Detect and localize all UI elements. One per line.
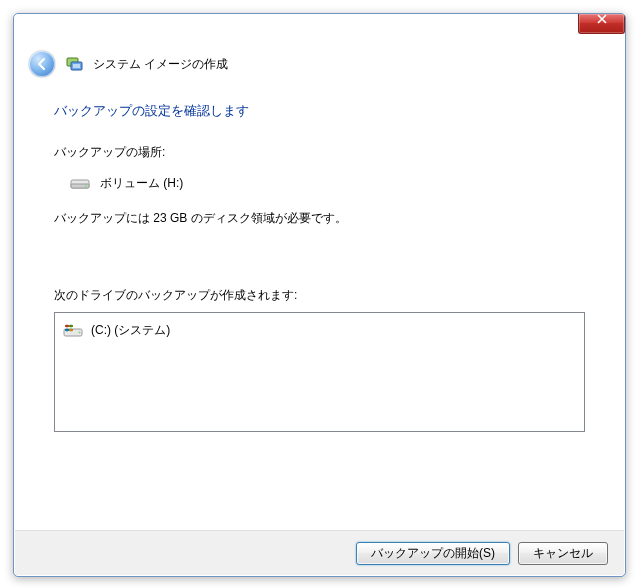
drives-listbox[interactable]: (C:) (システム) [54,312,585,432]
svg-rect-2 [73,64,80,68]
system-drive-icon [63,321,83,339]
footer-button-bar: バックアップの開始(S) キャンセル [15,530,624,575]
wizard-window: システム イメージの作成 バックアップの設定を確認します バックアップの場所: … [13,13,626,577]
content-area: バックアップの設定を確認します バックアップの場所: ボリューム (H:) バッ… [54,102,585,506]
drives-list-label: 次のドライブのバックアップが作成されます: [54,287,585,304]
system-image-icon [65,55,83,73]
backup-location-value: ボリューム (H:) [100,175,183,192]
arrow-left-icon [35,57,49,71]
start-backup-button[interactable]: バックアップの開始(S) [356,542,510,565]
page-subheading: バックアップの設定を確認します [54,102,585,120]
cancel-button[interactable]: キャンセル [518,542,608,565]
header-row: システム イメージの作成 [29,51,610,77]
drive-item-label: (C:) (システム) [91,322,170,339]
close-button[interactable] [578,14,625,34]
svg-point-7 [79,332,81,334]
hard-drive-icon [70,177,90,191]
space-required-text: バックアップには 23 GB のディスク領域が必要です。 [54,210,585,227]
drive-item[interactable]: (C:) (システム) [63,319,576,341]
backup-location-label: バックアップの場所: [54,144,585,161]
back-button[interactable] [29,51,55,77]
backup-location-row: ボリューム (H:) [70,175,585,192]
wizard-title: システム イメージの作成 [93,56,228,73]
close-icon [597,14,607,24]
titlebar-controls [578,14,625,37]
svg-point-5 [85,185,87,187]
